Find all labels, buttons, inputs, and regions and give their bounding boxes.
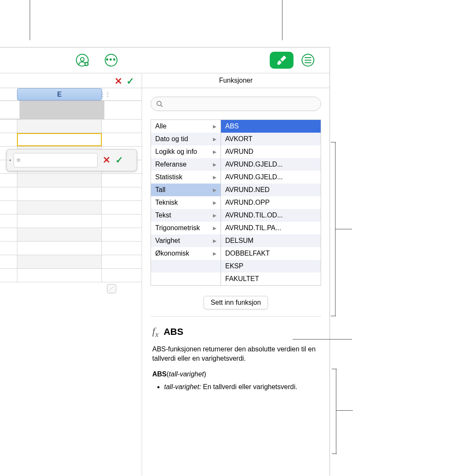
function-lists: Alle▶Dato og tid▶Logikk og info▶Referans… [142, 120, 330, 286]
callout-line [293, 339, 352, 340]
category-item[interactable]: Varighet▶ [151, 234, 221, 247]
table-row[interactable] [0, 269, 142, 282]
table-row[interactable] [0, 255, 142, 269]
formula-accept-button[interactable]: ✓ [115, 155, 123, 166]
function-item[interactable]: AVKORT [221, 133, 321, 145]
format-paint-button[interactable] [270, 52, 293, 69]
function-label: EKSP [225, 262, 243, 270]
function-item[interactable]: AVRUND [221, 145, 321, 158]
help-argument-list: tall-varighet: En tallverdi eller varigh… [152, 382, 319, 392]
category-label: Alle [155, 122, 167, 130]
function-item[interactable]: DELSUM [221, 234, 321, 247]
table-row[interactable] [0, 187, 142, 201]
table-row[interactable] [0, 228, 142, 242]
category-item[interactable]: Trigonometrisk▶ [151, 222, 221, 234]
collaborate-icon [76, 54, 89, 67]
table-row[interactable] [0, 214, 142, 228]
chevron-right-icon: ▶ [213, 149, 216, 155]
function-item[interactable]: AVRUND.OPP [221, 196, 321, 209]
grid[interactable] [0, 101, 142, 282]
fx-icon: fx [152, 324, 159, 340]
function-help: fx ABS ABS-funksjonen returnerer den abs… [142, 317, 330, 401]
chevron-right-icon: ▶ [213, 213, 216, 218]
function-label: ABS [225, 122, 239, 130]
function-item[interactable]: AVRUND.TIL.PA... [221, 222, 321, 234]
function-list[interactable]: ABSAVKORTAVRUNDAVRUND.GJELD...AVRUND.GJE… [221, 120, 321, 286]
function-label: DELSUM [225, 237, 254, 245]
function-label: AVRUND.GJELD... [225, 173, 283, 181]
category-item[interactable]: Økonomisk▶ [151, 247, 221, 260]
svg-point-0 [81, 58, 84, 61]
formula-editor-popover[interactable]: • = ✕ ✓ [6, 149, 137, 171]
function-label: AVRUND.TIL.OD... [225, 212, 283, 219]
function-item[interactable]: AVRUND.TIL.OD... [221, 209, 321, 222]
function-label: AVRUND.GJELD... [225, 161, 283, 168]
chevron-right-icon: ▶ [213, 187, 216, 193]
formula-bar: ✕ ✓ [0, 73, 142, 88]
category-label: Tall [155, 186, 165, 194]
function-label: AVRUND [225, 148, 253, 156]
drag-handle-icon[interactable]: • [7, 157, 14, 164]
column-resize-handle[interactable]: ⋮⋮ [102, 88, 108, 100]
callout-line [336, 369, 336, 454]
category-item[interactable]: Statistisk▶ [151, 171, 221, 184]
callout-line [335, 229, 352, 229]
chevron-right-icon: ▶ [213, 200, 216, 206]
chevron-right-icon: ▶ [213, 136, 216, 142]
category-label: Referanse [155, 161, 187, 168]
formula-prefix: = [17, 156, 20, 164]
function-label: AVRUND.OPP [225, 199, 270, 206]
callout-line [336, 410, 353, 411]
more-icon: ••• [105, 54, 117, 67]
category-label: Økonomisk [155, 250, 189, 257]
category-label: Trigonometrisk [155, 224, 200, 232]
category-item[interactable]: Dato og tid▶ [151, 133, 221, 145]
column-header-row: E ⋮⋮ [0, 88, 142, 101]
function-item[interactable]: AVRUND.NED [221, 184, 321, 196]
function-label: DOBBELFAKT [225, 250, 270, 257]
function-item[interactable]: AVRUND.GJELD... [221, 171, 321, 184]
category-list[interactable]: Alle▶Dato og tid▶Logikk og info▶Referans… [151, 120, 221, 286]
toolbar: ••• [0, 47, 330, 73]
category-label: Dato og tid [155, 135, 188, 143]
formula-cancel-button[interactable]: ✕ [103, 155, 110, 166]
category-item[interactable]: Tekst▶ [151, 209, 221, 222]
callout-line-formula-editor [30, 0, 30, 40]
category-label: Tekst [155, 212, 171, 219]
category-item[interactable]: Alle▶ [151, 120, 221, 133]
table-row[interactable] [0, 174, 142, 187]
column-header-E[interactable]: E [17, 88, 102, 100]
function-item[interactable]: AVRUND.GJELD... [221, 158, 321, 171]
table-row[interactable] [0, 201, 142, 214]
table-row-selected[interactable] [0, 133, 142, 147]
formula-input[interactable]: = [14, 153, 98, 167]
table-resize-handle[interactable]: ⋰ [107, 284, 116, 293]
category-item[interactable]: Tall▶ [151, 184, 221, 196]
function-item[interactable]: FAKULTET [221, 273, 321, 285]
table-row[interactable] [0, 101, 142, 120]
more-button[interactable]: ••• [104, 53, 118, 67]
formula-bar-accept-button[interactable]: ✓ [126, 76, 134, 87]
function-label: AVRUND.NED [225, 186, 270, 194]
function-item[interactable]: EKSP [221, 260, 321, 273]
category-item[interactable]: Logikk og info▶ [151, 145, 221, 158]
category-item[interactable]: Referanse▶ [151, 158, 221, 171]
table-row[interactable] [0, 242, 142, 255]
formula-bar-cancel-button[interactable]: ✕ [115, 76, 122, 87]
category-label: Statistisk [155, 173, 182, 181]
category-item[interactable]: Teknisk▶ [151, 196, 221, 209]
body-split: ✕ ✓ E ⋮⋮ [0, 73, 330, 476]
functions-search-field[interactable] [151, 97, 321, 111]
function-item[interactable]: DOBBELFAKT [221, 247, 321, 260]
function-item[interactable]: ABS [221, 120, 321, 133]
table-row[interactable] [0, 120, 142, 133]
insert-function-button[interactable]: Sett inn funksjon [204, 296, 268, 309]
callout-line [331, 316, 336, 316]
function-label: AVRUND.TIL.PA... [225, 224, 281, 232]
functions-search-input[interactable] [166, 100, 316, 108]
panel-toggle-button[interactable] [301, 53, 315, 67]
paintbrush-icon [276, 55, 287, 66]
chevron-right-icon: ▶ [213, 162, 216, 167]
category-label: Teknisk [155, 199, 178, 206]
collaborate-button[interactable] [75, 53, 89, 67]
